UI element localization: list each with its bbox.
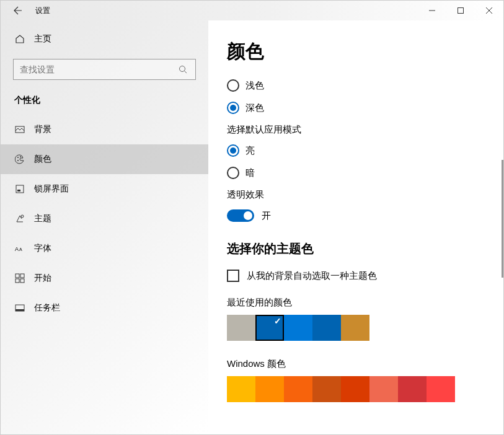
arrow-left-icon [13, 6, 23, 15]
recent-color-swatch[interactable] [284, 315, 312, 341]
titlebar: 设置 [1, 1, 503, 20]
main-content: 颜色 浅色 深色 选择默认应用模式 亮 暗 透明效果 [208, 20, 503, 434]
themes-icon [14, 213, 25, 224]
palette-icon [14, 154, 25, 165]
windows-color-swatch[interactable] [312, 376, 341, 402]
sidebar-item-lockscreen[interactable]: 锁屏界面 [1, 174, 208, 204]
nav-label: 背景 [34, 124, 51, 135]
back-button[interactable] [6, 1, 30, 20]
nav-label: 锁屏界面 [34, 183, 69, 195]
windows-colors-row [227, 376, 485, 402]
toggle-state-label: 开 [262, 210, 271, 222]
accent-header: 选择你的主题色 [227, 240, 485, 257]
sidebar-item-colors[interactable]: 颜色 [1, 144, 208, 174]
radio-app-light[interactable]: 亮 [227, 144, 485, 157]
page-title: 颜色 [227, 39, 485, 64]
nav-label: 任务栏 [34, 302, 60, 314]
svg-point-3 [17, 157, 19, 158]
home-link[interactable]: 主页 [1, 27, 208, 51]
home-label: 主页 [34, 33, 51, 45]
radio-label: 浅色 [245, 80, 264, 92]
search-input[interactable] [20, 64, 177, 74]
search-box[interactable] [13, 59, 196, 80]
close-icon [486, 7, 492, 14]
svg-rect-16 [15, 309, 24, 311]
auto-accent-checkbox-row[interactable]: 从我的背景自动选取一种主题色 [227, 270, 485, 282]
radio-label: 暗 [245, 167, 255, 179]
windows-color-swatch[interactable] [341, 376, 369, 402]
sidebar-item-fonts[interactable]: AA 字体 [1, 234, 208, 263]
windows-color-swatch[interactable] [227, 376, 255, 402]
sidebar-item-taskbar[interactable]: 任务栏 [1, 293, 208, 323]
svg-text:A: A [19, 247, 22, 252]
sidebar-item-themes[interactable]: 主题 [1, 204, 208, 234]
svg-rect-11 [15, 274, 19, 278]
sidebar: 主页 个性化 背景 颜色 锁屏界面 [1, 20, 208, 434]
windows-color-swatch[interactable] [369, 376, 398, 402]
maximize-button[interactable] [446, 1, 475, 20]
transparency-toggle[interactable] [227, 209, 254, 222]
maximize-icon [458, 7, 464, 14]
windows-color-swatch[interactable] [255, 376, 284, 402]
window-title: 设置 [35, 6, 50, 16]
windows-colors-header: Windows 颜色 [227, 358, 485, 370]
scrollbar[interactable] [502, 160, 503, 278]
fonts-icon: AA [14, 243, 25, 254]
transparency-header: 透明效果 [227, 189, 485, 201]
recent-color-swatch[interactable] [341, 315, 369, 341]
picture-icon [14, 124, 25, 135]
radio-icon [227, 79, 239, 92]
nav-label: 颜色 [34, 154, 51, 165]
radio-icon [227, 167, 239, 179]
home-icon [14, 33, 25, 45]
svg-rect-6 [16, 185, 24, 193]
svg-point-8 [21, 215, 24, 218]
checkbox-icon [227, 270, 239, 282]
svg-rect-12 [20, 274, 24, 278]
radio-label: 亮 [245, 145, 255, 157]
svg-point-1 [180, 66, 185, 72]
svg-point-5 [20, 156, 21, 157]
radio-icon [227, 144, 239, 157]
search-icon [177, 65, 189, 74]
minimize-icon [429, 7, 435, 14]
app-mode-header: 选择默认应用模式 [227, 124, 485, 136]
svg-rect-14 [20, 279, 24, 283]
nav-label: 主题 [34, 213, 51, 224]
svg-rect-13 [15, 279, 19, 283]
start-icon [14, 273, 25, 284]
checkbox-label: 从我的背景自动选取一种主题色 [247, 270, 377, 282]
recent-color-swatch[interactable] [312, 315, 341, 341]
sidebar-item-background[interactable]: 背景 [1, 115, 208, 144]
sidebar-item-start[interactable]: 开始 [1, 263, 208, 293]
windows-color-swatch[interactable] [398, 376, 427, 402]
nav-label: 字体 [34, 243, 51, 254]
recent-colors-header: 最近使用的颜色 [227, 297, 485, 309]
recent-colors-row [227, 315, 485, 341]
svg-text:A: A [15, 246, 19, 252]
radio-windows-dark[interactable]: 深色 [227, 102, 485, 114]
svg-rect-0 [458, 8, 464, 14]
close-button[interactable] [475, 1, 503, 20]
radio-label: 深色 [245, 102, 264, 114]
taskbar-icon [14, 302, 25, 314]
windows-color-swatch[interactable] [284, 376, 312, 402]
radio-app-dark[interactable]: 暗 [227, 167, 485, 179]
radio-windows-light[interactable]: 浅色 [227, 79, 485, 92]
category-title: 个性化 [14, 95, 208, 106]
windows-color-swatch[interactable] [427, 376, 455, 402]
nav-label: 开始 [34, 273, 51, 284]
recent-color-swatch[interactable] [255, 315, 284, 341]
radio-icon [227, 102, 239, 114]
recent-color-swatch[interactable] [227, 315, 255, 341]
svg-rect-7 [17, 190, 20, 191]
svg-point-4 [17, 160, 19, 161]
minimize-button[interactable] [418, 1, 446, 20]
lockscreen-icon [14, 183, 25, 195]
